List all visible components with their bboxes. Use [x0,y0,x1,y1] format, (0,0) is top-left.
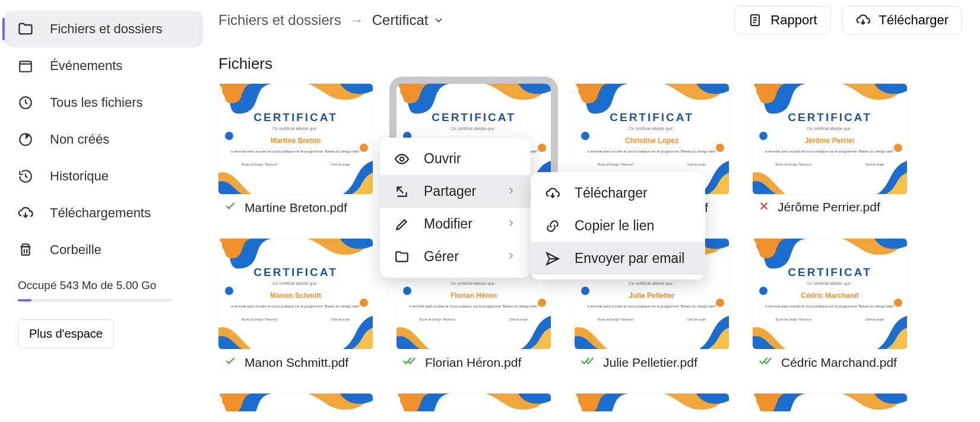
svg-point-33 [400,395,412,407]
cert-subtitle: Ce certificat atteste que : [451,281,496,285]
error-icon [759,200,769,214]
ctx-sub-email[interactable]: Envoyer par email [531,242,705,275]
sidebar-item-history[interactable]: Historique [5,158,203,195]
top-actions: Rapport Télécharger [734,6,962,34]
file-thumbnail[interactable]: CERTIFICAT Ce certificat atteste que : C… [753,239,907,349]
pie-icon [17,131,34,148]
cert-title: CERTIFICAT [253,111,338,124]
file-name: Florian Héron.pdf [425,356,521,370]
cert-signatures: École de Design "Maximus"Chef de projet [242,163,350,166]
cert-subtitle: Ce certificat atteste que : [807,281,852,285]
ctx-open-icon [394,151,410,167]
file-card[interactable] [575,394,729,411]
chevron-down-icon [433,14,445,26]
ctx-manage-icon [394,249,410,265]
sidebar-item-all-files[interactable]: Tous les fichiers [5,84,203,121]
file-name: Jérôme Perrier.pdf [778,200,880,214]
ctx-label: Télécharger [575,185,648,201]
section-title: Fichiers [218,55,980,73]
file-meta: Martine Breton.pdf [218,200,373,215]
breadcrumb-root[interactable]: Fichiers et dossiers [218,12,341,28]
report-button[interactable]: Rapport [734,6,830,34]
cert-signatures: École de Design "Maximus"Chef de projet [420,318,528,321]
ctx-manage[interactable]: Gérer [380,240,531,273]
cert-desc: a terminé avec succès le cours pratique … [231,304,360,309]
svg-point-41 [400,157,404,161]
sidebar-item-label: Non créés [50,132,109,147]
cert-title: CERTIFICAT [788,266,872,279]
breadcrumb-current[interactable]: Certificat [372,12,445,28]
cert-subtitle: Ce certificat atteste que : [807,126,852,131]
breadcrumb: Fichiers et dossiers → Certificat [218,12,445,28]
file-name: Manon Schmitt.pdf [245,356,348,370]
download-label: Télécharger [879,12,949,28]
chevron-right-icon [506,216,516,232]
file-meta: Florian Héron.pdf [397,355,551,370]
download-button[interactable]: Télécharger [842,6,962,34]
ctx-open[interactable]: Ouvrir [380,142,531,175]
cert-name: Martine Breton [271,137,321,145]
cert-desc: a terminé avec succès le cours pratique … [231,150,360,154]
file-thumbnail[interactable]: CERTIFICAT Ce certificat atteste que : J… [753,84,907,194]
cert-signatures: École de Design "Maximus"Chef de projet [598,318,706,321]
ctx-share[interactable]: Partager [380,175,531,208]
file-thumbnail[interactable] [575,394,729,411]
ctx-sub-download-icon [545,186,560,201]
file-card[interactable]: CERTIFICAT Ce certificat atteste que : C… [753,239,907,370]
file-card[interactable] [218,394,373,411]
file-card[interactable] [753,394,907,411]
double-check-icon [759,355,773,370]
sidebar-item-files[interactable]: Fichiers et dossiers [5,11,203,47]
folder-icon [17,20,34,38]
file-thumbnail[interactable]: CERTIFICAT Ce certificat atteste que : M… [218,84,373,194]
file-card[interactable] [397,394,551,411]
sidebar-item-events[interactable]: Événements [5,47,203,84]
file-card[interactable]: CERTIFICAT Ce certificat atteste que : J… [753,84,907,215]
file-name: Martine Breton.pdf [245,201,347,215]
certificate-preview: CERTIFICAT Ce certificat atteste que : J… [753,84,907,194]
file-thumbnail[interactable] [218,394,373,411]
cloud-download-icon [17,204,34,222]
cert-title: CERTIFICAT [788,111,872,124]
ctx-sub-email-icon [545,251,560,266]
sidebar-item-label: Historique [50,169,109,184]
file-thumbnail[interactable] [397,394,551,411]
file-card[interactable]: CERTIFICAT Ce certificat atteste que : M… [218,239,373,370]
file-meta: Julie Pelletier.pdf [575,355,729,370]
sidebar-item-label: Corbeille [50,242,102,258]
sidebar-item-not-created[interactable]: Non créés [5,121,203,158]
report-label: Rapport [770,12,817,28]
sidebar-item-trash[interactable]: Corbeille [5,231,203,268]
cert-name: Florian Héron [451,291,497,300]
cert-name: Julie Pelletier [629,291,674,300]
ctx-sub-download[interactable]: Télécharger [531,177,705,210]
certificate-preview: CERTIFICAT Ce certificat atteste que : M… [218,84,373,194]
chevron-right-icon [506,249,516,265]
cert-desc: a terminé avec succès le cours pratique … [765,150,894,154]
ctx-edit[interactable]: Modifier [380,208,531,240]
cert-desc: a terminé avec succès le cours pratique … [587,304,716,309]
storage-info: Occupé 543 Mo de 5.00 Go [5,268,203,306]
svg-point-39 [756,395,768,407]
file-thumbnail[interactable] [753,394,907,411]
svg-rect-3 [22,247,30,255]
file-card[interactable]: CERTIFICAT Ce certificat atteste que : M… [218,84,373,215]
cert-name: Christine Lopez [625,137,678,145]
ctx-label: Partager [424,183,476,199]
sidebar: Fichiers et dossiers Événements Tous les… [0,0,208,422]
calendar-icon [17,57,34,75]
cert-title: CERTIFICAT [253,266,338,279]
cert-name: Cédric Marchand [801,291,858,300]
file-thumbnail[interactable]: CERTIFICAT Ce certificat atteste que : M… [218,239,373,349]
cert-name: Manon Schmitt [270,291,321,300]
cert-desc: a terminé avec succès le cours pratique … [409,304,538,309]
sidebar-item-label: Fichiers et dossiers [50,21,163,37]
cert-name: Jérôme Perrier [805,137,855,145]
certificate-preview: CERTIFICAT Ce certificat atteste que : M… [218,239,373,349]
ctx-sub-copylink[interactable]: Copier le lien [531,210,705,242]
file-name: Cédric Marchand.pdf [781,356,897,370]
sidebar-item-downloads[interactable]: Téléchargements [5,195,203,231]
double-check-icon [581,355,595,370]
svg-rect-0 [20,61,31,71]
more-space-button[interactable]: Plus d'espace [18,319,114,348]
